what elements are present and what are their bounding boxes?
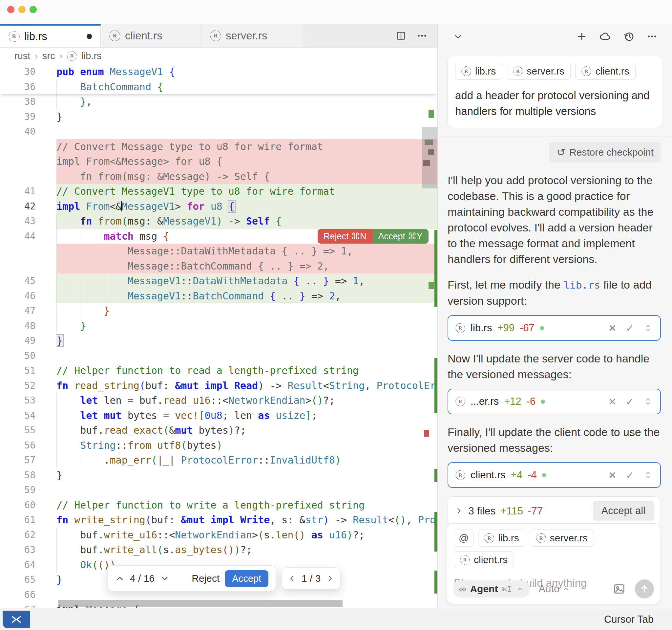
- prev-file-icon[interactable]: [288, 574, 297, 583]
- file-chip-server.rs[interactable]: Rserver.rs: [530, 530, 594, 546]
- line-number: 60: [0, 498, 56, 513]
- next-file-icon[interactable]: [325, 574, 334, 583]
- pending-change-dot: [540, 326, 544, 330]
- file-chip-lib.rs[interactable]: Rlib.rs: [478, 530, 525, 546]
- send-button[interactable]: [635, 579, 654, 599]
- changes-summary-bar: 3 files +115 -77 Accept all: [448, 496, 661, 525]
- sticky-scroll: 30pub enum MessageV1 {36 BatchCommand {: [0, 64, 437, 94]
- code-editor[interactable]: 30pub enum MessageV1 {36 BatchCommand { …: [0, 64, 437, 608]
- line-number: 45: [0, 274, 56, 288]
- lines-added: +12: [504, 396, 521, 407]
- expand-files-icon[interactable]: [454, 506, 464, 515]
- breadcrumb-item[interactable]: rust: [15, 51, 30, 62]
- line-number: 49: [0, 333, 56, 348]
- prev-diff-icon[interactable]: [115, 574, 125, 583]
- expand-diff-icon[interactable]: [643, 397, 653, 406]
- split-editor-icon[interactable]: [395, 30, 407, 41]
- code-line: 61fn write_string(buf: &mut impl Write, …: [0, 512, 437, 528]
- accept-button[interactable]: Accept: [225, 570, 268, 587]
- editor-more-actions-icon[interactable]: [416, 30, 428, 41]
- accept-all-button[interactable]: Accept all: [593, 500, 654, 521]
- file-diff-card-server[interactable]: R...er.rs+12-6✕✓: [448, 389, 661, 414]
- files-count: 3 files: [468, 505, 496, 517]
- chevron-up-icon: [516, 585, 524, 593]
- breadcrumb-separator: ›: [35, 51, 38, 61]
- close-window-button[interactable]: [7, 6, 15, 13]
- rust-file-icon: R: [536, 533, 546, 543]
- agent-mode-selector[interactable]: ∞ Agent ⌘I: [453, 580, 530, 598]
- breadcrumb-item[interactable]: src: [42, 51, 55, 62]
- file-diff-card-client[interactable]: Rclient.rs+4-4✕✓: [448, 462, 661, 488]
- file-chip-lib.rs[interactable]: Rlib.rs: [455, 63, 502, 80]
- file-chip-client.rs[interactable]: Rclient.rs: [454, 551, 514, 568]
- add-context-button[interactable]: @: [454, 530, 474, 546]
- lines-removed: -4: [528, 469, 537, 481]
- minimap-mark: [434, 570, 437, 593]
- line-number: 55: [0, 423, 56, 438]
- accept-file-icon[interactable]: ✓: [626, 322, 634, 334]
- accept-file-icon[interactable]: ✓: [626, 469, 634, 481]
- tab-lib.rs[interactable]: Rlib.rs: [0, 24, 101, 47]
- line-number: [0, 139, 56, 154]
- minimize-window-button[interactable]: [18, 6, 26, 13]
- tab-client.rs[interactable]: Rclient.rs: [101, 24, 201, 47]
- file-chip-client.rs[interactable]: Rclient.rs: [575, 63, 635, 80]
- expand-diff-icon[interactable]: [643, 323, 653, 333]
- diff-counter: 4 / 16: [130, 573, 154, 584]
- inline-diff-widget: Reject ⌘N Accept ⌘Y: [318, 229, 429, 243]
- remote-indicator-button[interactable]: [3, 611, 30, 628]
- vertical-scrollbar[interactable]: [422, 127, 437, 188]
- cursor-tab-status[interactable]: Cursor Tab: [604, 608, 654, 630]
- reject-file-icon[interactable]: ✕: [608, 396, 617, 407]
- reject-button[interactable]: Reject: [192, 573, 219, 584]
- tab-server.rs[interactable]: Rserver.rs: [201, 24, 302, 47]
- user-message-text: add a header for protocol versioning and…: [455, 88, 655, 119]
- line-number: 30: [0, 64, 56, 79]
- line-number: [0, 243, 56, 259]
- restore-checkpoint-button[interactable]: ↺ Restore checkpoint: [549, 142, 661, 163]
- reject-file-icon[interactable]: ✕: [608, 322, 617, 334]
- expand-diff-icon[interactable]: [643, 470, 653, 480]
- file-diff-card-lib[interactable]: Rlib.rs+99-67✕✓: [448, 315, 661, 341]
- model-selector[interactable]: Auto: [539, 583, 570, 595]
- file-chip-label: lib.rs: [475, 66, 496, 77]
- inline-reject-button[interactable]: Reject ⌘N: [318, 229, 373, 243]
- file-chip-label: lib.rs: [498, 533, 519, 544]
- rust-file-icon: R: [455, 397, 465, 406]
- file-chip-server.rs[interactable]: Rserver.rs: [507, 63, 571, 80]
- code-line: 51// Helper function to read a length-pr…: [0, 363, 437, 378]
- reject-file-icon[interactable]: ✕: [608, 469, 617, 481]
- unsaved-changes-dot: [87, 34, 92, 39]
- tab-bar: Rlib.rsRclient.rsRserver.rs: [0, 24, 437, 48]
- line-number: 52: [0, 378, 56, 393]
- next-diff-icon[interactable]: [160, 574, 170, 583]
- line-number: 62: [0, 528, 56, 543]
- breadcrumb-item[interactable]: lib.rs: [81, 51, 101, 62]
- attach-image-icon[interactable]: [613, 582, 626, 596]
- breadcrumb[interactable]: rust›src›Rlib.rs: [0, 48, 452, 64]
- line-number: 36: [0, 79, 56, 95]
- line-number: 65: [0, 572, 56, 587]
- code-line: 47 }: [0, 303, 437, 319]
- maximize-window-button[interactable]: [29, 6, 37, 13]
- code-line: 58}: [0, 468, 437, 483]
- accept-file-icon[interactable]: ✓: [626, 396, 634, 407]
- code-line: 36 BatchCommand {: [0, 79, 437, 95]
- code-line: 50: [0, 348, 437, 364]
- inline-accept-button[interactable]: Accept ⌘Y: [373, 229, 429, 243]
- cloud-icon[interactable]: [599, 31, 611, 42]
- code-line: 57 .map_err(|_| ProtocolError::InvalidUt…: [0, 453, 437, 468]
- collapse-chat-icon[interactable]: [453, 31, 463, 42]
- minimap-mark: [434, 230, 437, 307]
- line-number: 59: [0, 483, 56, 498]
- tab-label: lib.rs: [24, 30, 47, 43]
- new-chat-icon[interactable]: [576, 31, 587, 42]
- code-lines: 38 },39}40// Convert Message type to u8 …: [0, 94, 437, 608]
- line-number: 42: [0, 199, 56, 214]
- rust-file-icon: R: [8, 31, 20, 42]
- chat-more-actions-icon[interactable]: [646, 31, 657, 42]
- pending-change-dot: [542, 473, 546, 477]
- horizontal-scrollbar[interactable]: [58, 600, 342, 607]
- titlebar: [0, 0, 672, 24]
- history-icon[interactable]: [623, 31, 634, 42]
